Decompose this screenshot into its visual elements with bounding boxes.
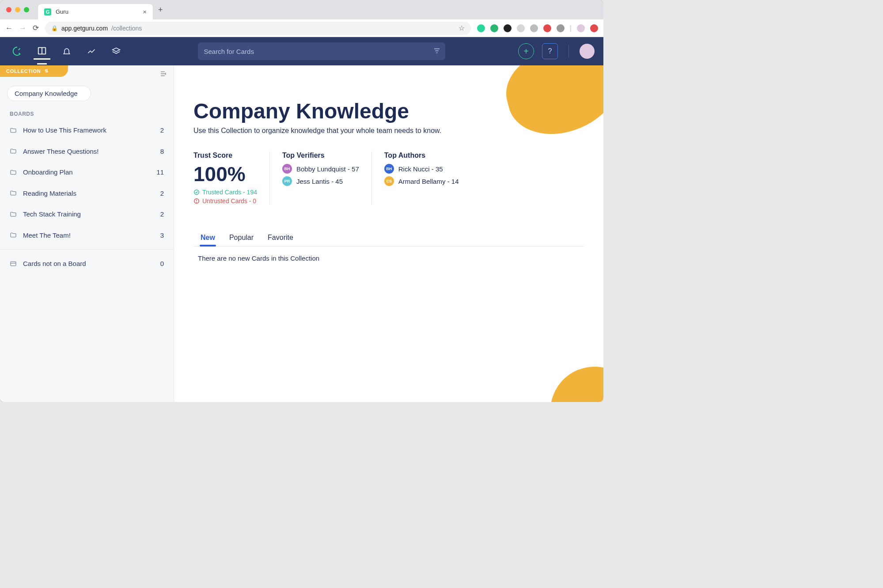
board-count: 8 (160, 148, 164, 155)
tab-title: Guru (56, 8, 68, 15)
decor-blob (550, 367, 603, 402)
person-row[interactable]: BHBobby Lundquist - 57 (282, 164, 359, 174)
avatar-initials: PR (282, 176, 292, 186)
folder-icon (10, 148, 17, 155)
board-name: Reading Materials (23, 189, 154, 198)
extension-icon[interactable] (490, 24, 498, 32)
tab-close-icon[interactable]: × (143, 8, 147, 15)
create-button[interactable]: + (518, 43, 534, 59)
url-domain: app.getguru.com (61, 25, 108, 32)
folder-icon (10, 127, 17, 134)
reload-button[interactable]: ⟳ (33, 23, 39, 33)
board-name: Tech Stack Training (23, 210, 154, 219)
collection-label: COLLECTION (6, 68, 41, 74)
window-maximize[interactable] (24, 7, 29, 12)
main-content: Company Knowledge Use this Collection to… (174, 65, 603, 402)
board-name: Answer These Questions! (23, 147, 154, 156)
collection-switcher[interactable]: COLLECTION ⇅ (0, 65, 68, 77)
person-row[interactable]: BHRick Nucci - 35 (384, 164, 459, 174)
browser-tab[interactable]: G Guru × (38, 4, 153, 19)
person-text: Bobby Lundquist - 57 (296, 165, 359, 173)
extension-icon[interactable] (504, 24, 512, 32)
guru-logo-icon[interactable] (9, 43, 26, 60)
sidebar-board-item[interactable]: Meet The Team!3 (0, 225, 174, 246)
layers-icon[interactable] (108, 43, 125, 60)
orphan-count: 0 (160, 260, 164, 267)
folder-icon (10, 211, 17, 218)
person-row[interactable]: CSArmard Bellamy - 14 (384, 176, 459, 186)
board-name: How to Use This Framework (23, 126, 154, 135)
app-header: + ? (0, 37, 603, 65)
browser-toolbar: ← → ⟳ 🔒 app.getguru.com/collections ☆ | (0, 19, 603, 37)
window-close[interactable] (6, 7, 11, 12)
sidebar-board-item[interactable]: Answer These Questions!8 (0, 141, 174, 162)
empty-state: There are no new Cards in this Collectio… (198, 254, 580, 262)
svg-rect-9 (11, 262, 16, 266)
avatar-initials: BH (384, 164, 394, 174)
help-button[interactable]: ? (542, 43, 558, 59)
board-count: 2 (160, 210, 164, 218)
orphan-label: Cards not on a Board (23, 259, 154, 268)
collapse-sidebar-icon[interactable] (153, 65, 174, 82)
extension-icon[interactable] (590, 24, 598, 32)
board-count: 2 (160, 126, 164, 134)
svg-marker-2 (113, 48, 120, 52)
back-button[interactable]: ← (5, 24, 13, 33)
orphan-cards[interactable]: Cards not on a Board 0 (0, 253, 174, 274)
url-bar[interactable]: 🔒 app.getguru.com/collections ☆ (45, 22, 471, 35)
profile-avatar-icon[interactable] (577, 24, 585, 32)
collection-chip[interactable]: Company Knowledge (7, 86, 91, 101)
extension-icon[interactable] (543, 24, 551, 32)
new-tab-button[interactable]: + (153, 5, 168, 15)
svg-point-14 (197, 202, 197, 203)
person-row[interactable]: PRJess Lantis - 45 (282, 176, 359, 186)
url-path: /collections (111, 25, 142, 32)
trust-score-block: Trust Score 100% Trusted Cards - 194 Unt… (193, 152, 269, 205)
extension-icon[interactable] (557, 24, 565, 32)
sidebar: COLLECTION ⇅ Company Knowledge BOARDS Ho… (0, 65, 174, 402)
notifications-icon[interactable] (58, 43, 75, 60)
extension-icon[interactable] (517, 24, 525, 32)
updown-icon: ⇅ (45, 69, 49, 73)
sidebar-board-item[interactable]: Reading Materials2 (0, 183, 174, 204)
forward-button[interactable]: → (19, 24, 27, 33)
folder-icon (10, 169, 17, 176)
guru-favicon-icon: G (44, 8, 51, 15)
folder-icon (10, 231, 17, 239)
tab-new[interactable]: New (200, 229, 216, 246)
verifiers-label: Top Verifiers (282, 152, 359, 159)
analytics-icon[interactable] (83, 43, 100, 60)
browser-titlebar: G Guru × + (0, 0, 603, 19)
library-icon[interactable] (34, 43, 50, 60)
tab-popular[interactable]: Popular (228, 229, 254, 246)
trusted-cards: Trusted Cards - 194 (193, 189, 257, 196)
board-count: 11 (156, 168, 164, 176)
top-authors-block: Top Authors BHRick Nucci - 35CSArmard Be… (371, 152, 471, 205)
extensions-row: | (477, 24, 598, 32)
untrusted-cards: Untrusted Cards - 0 (193, 197, 257, 205)
tab-favorite[interactable]: Favorite (267, 229, 294, 246)
search-input[interactable] (198, 42, 445, 60)
bookmark-star-icon[interactable]: ☆ (459, 24, 465, 32)
sidebar-board-item[interactable]: Tech Stack Training2 (0, 204, 174, 225)
avatar-initials: CS (384, 176, 394, 186)
authors-label: Top Authors (384, 152, 459, 159)
extension-icon[interactable] (530, 24, 538, 32)
window-minimize[interactable] (15, 7, 20, 12)
user-avatar[interactable] (580, 44, 595, 59)
trust-value: 100% (193, 164, 257, 184)
sidebar-board-item[interactable]: Onboarding Plan11 (0, 162, 174, 183)
board-count: 3 (160, 231, 164, 239)
card-tabs: New Popular Favorite (193, 229, 584, 247)
board-count: 2 (160, 190, 164, 197)
person-text: Armard Bellamy - 14 (398, 178, 459, 185)
filter-icon[interactable] (433, 47, 441, 55)
trust-label: Trust Score (193, 152, 257, 159)
boards-label: BOARDS (10, 111, 174, 117)
extension-icon[interactable] (477, 24, 485, 32)
board-name: Meet The Team! (23, 231, 154, 240)
person-text: Rick Nucci - 35 (398, 165, 443, 173)
avatar-initials: BH (282, 164, 292, 174)
lock-icon: 🔒 (51, 25, 58, 31)
sidebar-board-item[interactable]: How to Use This Framework2 (0, 120, 174, 141)
